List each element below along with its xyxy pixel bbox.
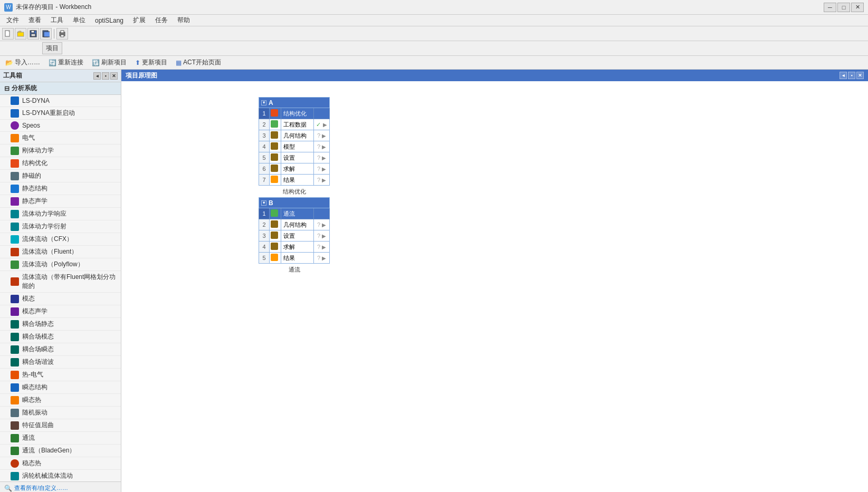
schematic-close-button[interactable]: ✕	[856, 72, 864, 79]
save-button[interactable]	[27, 28, 39, 40]
toolbox-item-random-vibration[interactable]: 随机振动	[0, 407, 121, 419]
row5-q-b: ?	[317, 255, 320, 261]
close-button[interactable]: ✕	[851, 3, 864, 12]
schematic-float-button[interactable]: ▪	[848, 72, 855, 79]
block-a-row-3[interactable]: 3 几何结构 ? ▶	[259, 130, 330, 141]
block-a-row-4[interactable]: 4 模型 ? ▶	[259, 141, 330, 152]
row6-arrow-a[interactable]: ▶	[322, 166, 326, 172]
block-b-row-1[interactable]: 1 通流	[259, 208, 330, 219]
menu-units[interactable]: 单位	[69, 15, 90, 26]
view-all-link[interactable]: 查看所有/自定义……	[14, 484, 68, 492]
rigid-dynamics-icon	[11, 147, 19, 155]
toolbox-item-speos[interactable]: Speos	[0, 120, 121, 132]
project-tab[interactable]: 项目	[42, 42, 62, 54]
block-a-row-6[interactable]: 6 求解 ? ▶	[259, 163, 330, 175]
toolbox-item-static-acoustics[interactable]: 静态声学	[0, 195, 121, 208]
toolbox-item-steady-thermal[interactable]: 稳态热	[0, 457, 121, 470]
menu-tools[interactable]: 工具	[46, 15, 68, 26]
new-button[interactable]	[2, 28, 14, 40]
block-b-row-4[interactable]: 4 求解 ? ▶	[259, 242, 330, 253]
row4-arrow-b[interactable]: ▶	[322, 244, 326, 250]
menu-tasks[interactable]: 任务	[151, 15, 172, 26]
toolbox-item-lsdyna[interactable]: LS-DYNA	[0, 95, 121, 107]
toolbox-item-throughflow-bladegen[interactable]: 通流（BladeGen）	[0, 445, 121, 457]
toolbox-float-button[interactable]: ▪	[102, 72, 109, 80]
steady-thermal-icon	[11, 459, 19, 468]
toolbox-item-magnetostatic[interactable]: 静磁的	[0, 170, 121, 182]
toolbox-item-hydro-diffract[interactable]: 流体动力学衍射	[0, 220, 121, 233]
row4-arrow-a[interactable]: ▶	[322, 144, 326, 150]
block-a-row5-name: 设置	[281, 152, 314, 163]
row5-arrow-a[interactable]: ▶	[322, 155, 326, 161]
row2-arrow-b[interactable]: ▶	[322, 222, 326, 228]
menu-view[interactable]: 查看	[24, 15, 45, 26]
toolbox-item-throughflow[interactable]: 通流	[0, 432, 121, 445]
toolbox-close-button[interactable]: ✕	[110, 72, 118, 80]
window-controls: ─ □ ✕	[824, 3, 864, 12]
toolbox-item-hydro-response[interactable]: 流体动力学响应	[0, 208, 121, 220]
turbomachinery-icon	[11, 472, 19, 480]
block-b-row-2[interactable]: 2 几何结构 ? ▶	[259, 219, 330, 230]
row2-arrow-a[interactable]: ▶	[323, 122, 327, 128]
schematic-pin-button[interactable]: ◂	[840, 72, 847, 79]
block-a-collapse[interactable]: ▾	[261, 100, 266, 105]
act-homepage-button[interactable]: ▦ ACT开始页面	[173, 57, 224, 68]
menu-optislang[interactable]: optiSLang	[91, 16, 128, 25]
toolbox-item-cfx[interactable]: 流体流动（CFX）	[0, 233, 121, 246]
block-b-column-label: B	[269, 199, 273, 207]
toolbox-item-coupled-harmonic[interactable]: 耦合场谐波	[0, 356, 121, 369]
toolbox-item-eigenvalue-buckling[interactable]: 特征值屈曲	[0, 419, 121, 432]
block-a-row2-name: 工程数据	[281, 119, 314, 130]
row7-arrow-a[interactable]: ▶	[322, 177, 326, 183]
refresh-project-button[interactable]: 🔃 刷新项目	[89, 57, 130, 68]
update-project-button[interactable]: ⬆ 更新项目	[132, 57, 170, 68]
row3-arrow-b[interactable]: ▶	[322, 233, 326, 239]
block-b-table: ▾ B 1 通流	[259, 197, 330, 264]
toolbox-item-coupled-transient[interactable]: 耦合场瞬态	[0, 343, 121, 356]
print-button[interactable]	[56, 28, 68, 40]
row4-icon-a	[271, 142, 278, 150]
block-a-row-1[interactable]: 1 结构优化	[259, 108, 330, 119]
toolbox-header-controls: ◂ ▪ ✕	[93, 72, 118, 80]
toolbox-item-coupled-modal[interactable]: 耦合场模态	[0, 331, 121, 343]
minimize-button[interactable]: ─	[824, 3, 836, 12]
toolbox-item-thermal-electric[interactable]: 热-电气	[0, 369, 121, 381]
menu-extend[interactable]: 扩展	[129, 15, 150, 26]
thermal-electric-icon	[11, 371, 19, 379]
row3-arrow-a[interactable]: ▶	[322, 133, 326, 139]
saveas-button[interactable]	[40, 28, 52, 40]
toolbox-item-transient-struct[interactable]: 瞬态结构	[0, 381, 121, 394]
block-b-row-5[interactable]: 5 结果 ? ▶	[259, 253, 330, 264]
filter-icon: 🔍	[4, 485, 12, 492]
toolbox-item-fluent-mesh[interactable]: 流体流动（带有Fluent网格划分功能的	[0, 271, 121, 293]
toolbox-item-modal-acoustics[interactable]: 模态声学	[0, 305, 121, 318]
reconnect-button[interactable]: 🔄 重新连接	[45, 57, 87, 68]
reconnect-icon: 🔄	[49, 59, 56, 66]
toolbox-item-fluent[interactable]: 流体流动（Fluent）	[0, 246, 121, 258]
block-a-row-5[interactable]: 5 设置 ? ▶	[259, 152, 330, 163]
block-a-row-7[interactable]: 7 结果 ? ▶	[259, 175, 330, 186]
toolbox-item-modal[interactable]: 模态	[0, 293, 121, 305]
menu-file[interactable]: 文件	[2, 15, 23, 26]
toolbox-item-transient-thermal[interactable]: 瞬态热	[0, 394, 121, 407]
block-a-row-2[interactable]: 2 工程数据 ✓ ▶	[259, 119, 330, 130]
modal-icon	[11, 295, 19, 303]
toolbox-item-coupled-static[interactable]: 耦合场静态	[0, 318, 121, 331]
toolbox-section-analysis[interactable]: ⊟ 分析系统	[0, 82, 121, 95]
block-b-collapse[interactable]: ▾	[261, 200, 266, 206]
toolbox-item-turbomachinery[interactable]: 涡轮机械流体流动	[0, 470, 121, 481]
throughflow-icon	[11, 434, 19, 442]
toolbox-item-structural-opt[interactable]: 结构优化	[0, 157, 121, 170]
toolbox-item-polyflow[interactable]: 流体流动（Polyflow）	[0, 258, 121, 271]
block-b-row-3[interactable]: 3 设置 ? ▶	[259, 230, 330, 242]
toolbox-item-lsdyna-restart[interactable]: LS-DYNA重新启动	[0, 107, 121, 120]
open-button[interactable]	[15, 28, 26, 40]
menu-help[interactable]: 帮助	[173, 15, 194, 26]
row5-arrow-b[interactable]: ▶	[322, 255, 326, 261]
import-button[interactable]: 📂 导入……	[2, 57, 43, 68]
toolbox-pin-button[interactable]: ◂	[93, 72, 101, 80]
toolbox-item-static-struct[interactable]: 静态结构	[0, 182, 121, 195]
maximize-button[interactable]: □	[837, 3, 850, 12]
toolbox-item-electric[interactable]: 电气	[0, 132, 121, 144]
toolbox-item-rigid-dynamics[interactable]: 刚体动力学	[0, 144, 121, 157]
